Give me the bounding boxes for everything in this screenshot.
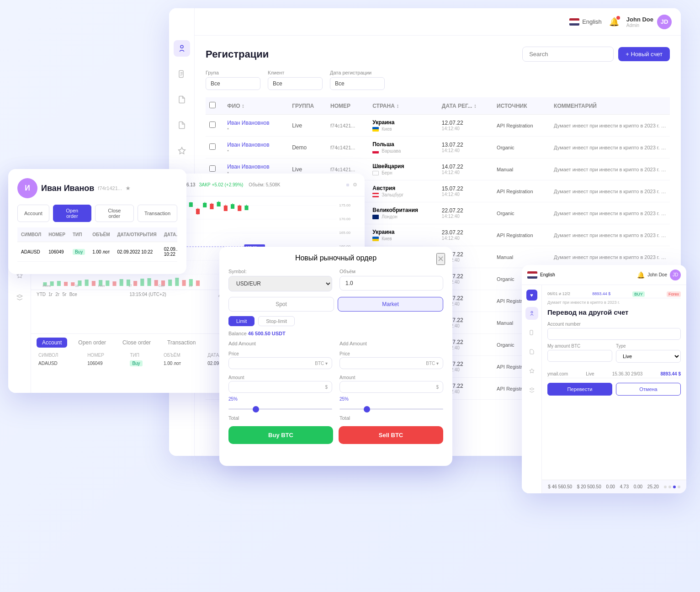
transfer-submit-button[interactable]: Перевести	[547, 383, 612, 396]
filter-client-select[interactable]: Все	[268, 77, 323, 90]
tab-close-order[interactable]: Close order	[117, 338, 156, 348]
page-dot-2[interactable]	[668, 486, 671, 488]
buy-slider[interactable]	[228, 408, 332, 410]
right-sidebar-file[interactable]	[525, 326, 538, 339]
sidebar-item-doc[interactable]	[174, 91, 190, 108]
filter-date-select[interactable]: Все	[330, 77, 385, 90]
filter-date-group: Дата регистрации Все	[330, 70, 385, 90]
tf-amount-input[interactable]	[547, 350, 612, 362]
col-comment: КОММЕНТАРИЙ	[550, 97, 670, 115]
ctrl-ytd[interactable]: YTD	[37, 292, 46, 297]
buy-col-title: Add Amount	[228, 341, 332, 346]
search-input[interactable]	[522, 47, 614, 62]
ctrl-all[interactable]: Все	[69, 292, 77, 297]
tf-account-field: Account number	[547, 322, 681, 340]
select-all-checkbox[interactable]	[209, 102, 216, 108]
type-tab-spot[interactable]: Spot	[228, 297, 334, 312]
notifications-bell[interactable]: 🔔	[609, 17, 619, 27]
svg-rect-87	[57, 281, 61, 286]
row-select-checkbox[interactable]	[209, 122, 216, 128]
sell-amount-input[interactable]	[339, 381, 443, 393]
col-fio: ФИО ↕	[223, 97, 288, 115]
tf-account-label: Account number	[547, 322, 681, 327]
balance-amount: 46 500.50 USDT	[248, 331, 286, 336]
filter-group-select[interactable]: Все	[206, 77, 260, 90]
tab-transaction[interactable]: Transaction	[162, 338, 201, 348]
buy-amount-input[interactable]	[228, 381, 332, 393]
stat-6: 25.20	[647, 484, 659, 489]
up-open: 02.09.2022 10:22	[113, 242, 160, 262]
sell-price-label: Price	[339, 351, 350, 356]
symbol-label: Symbol:	[228, 269, 332, 274]
chart-candle-icon[interactable]	[346, 184, 349, 186]
order-type-tabs: Spot Market	[228, 297, 443, 312]
user-chip[interactable]: John Doe Admin JD	[626, 15, 672, 29]
ctrl-5y[interactable]: 5г	[62, 292, 66, 297]
sidebar-item-star[interactable]	[174, 143, 190, 159]
svg-rect-94	[106, 280, 109, 286]
tf-account-input[interactable]	[547, 328, 681, 340]
ctrl-2y[interactable]: 2г	[55, 292, 59, 297]
page-dot-1[interactable]	[664, 486, 667, 488]
page-dot-4[interactable]	[678, 486, 680, 488]
row-comment: Думает инвест при инвести в крипто в 202…	[550, 159, 670, 180]
svg-text:Июнь: Июнь	[42, 284, 51, 287]
svg-rect-119	[530, 330, 533, 335]
open-order-button[interactable]: Open order	[53, 205, 91, 222]
sell-slider[interactable]	[339, 408, 443, 410]
transaction-button[interactable]: Transaction	[138, 205, 177, 222]
trading-sidebar-layers[interactable]	[13, 291, 27, 304]
symbol-select[interactable]: USD/EUR	[228, 276, 332, 291]
right-sidebar-star[interactable]	[525, 365, 538, 377]
order-body: Symbol: USD/EUR Объём Spot Market Limit …	[219, 262, 452, 450]
svg-text:Июл: Июл	[98, 284, 105, 287]
sub-tab-stop[interactable]: Stop-limit	[258, 316, 295, 326]
ctrl-1y[interactable]: 1г	[48, 292, 53, 297]
right-avatar: JD	[670, 270, 681, 280]
svg-text:17: 17	[128, 284, 132, 287]
close-order-button[interactable]: Close order	[95, 205, 134, 222]
user-panel-table: СИМВОЛ НОМЕР ТИП ОБЪЁМ ДАТА/ОТКРЫТИЯ ДАТ…	[17, 227, 177, 262]
rt-date: 06/01 и 12/2	[547, 291, 570, 297]
sub-tab-limit[interactable]: Limit	[228, 316, 255, 326]
tf-type-select[interactable]: Live	[616, 350, 681, 363]
sell-btc-button[interactable]: Sell BTC	[339, 426, 443, 444]
buy-btc-button[interactable]: Buy BTC	[228, 426, 333, 444]
volume-input[interactable]	[339, 276, 443, 291]
transfer-cancel-button[interactable]: Отмена	[616, 383, 681, 396]
row-select-checkbox[interactable]	[209, 165, 216, 172]
chart-settings-icon[interactable]: ⚙	[353, 182, 357, 188]
tab-open-orders[interactable]: Open order	[73, 338, 111, 348]
new-account-button[interactable]: + Новый счет	[618, 47, 670, 61]
right-sidebar-layers[interactable]	[525, 384, 538, 396]
sidebar-item-file[interactable]	[174, 66, 190, 82]
user-panel-star: ★	[126, 185, 130, 191]
tf-type-label: Type	[616, 344, 681, 349]
tt-type: Buy	[130, 360, 142, 366]
type-tab-market[interactable]: Market	[338, 297, 443, 312]
order-volume-field: Объём	[339, 269, 443, 291]
right-sidebar-users[interactable]	[525, 307, 538, 320]
sell-amount-tag: $	[436, 385, 439, 390]
filter-client-label: Клиент	[268, 70, 323, 75]
sidebar-item-users[interactable]	[174, 40, 190, 57]
svg-text:170.00: 170.00	[339, 217, 350, 221]
tf-action-buttons: Перевести Отмена	[547, 383, 681, 396]
page-dot-3[interactable]	[673, 486, 676, 488]
tab-account[interactable]: Account	[37, 338, 67, 348]
order-symbol-row: Symbol: USD/EUR Объём	[228, 269, 443, 291]
buy-amount-tag: $	[325, 385, 328, 390]
info-balance: 8893.44 $	[660, 371, 681, 376]
row-name: Иван Ивановнов ▪	[223, 137, 288, 159]
sidebar-item-doc2[interactable]	[174, 117, 190, 133]
up-col-num: НОМЕР	[45, 227, 69, 242]
row-comment: Думает инвест при инвести в крипто в 202…	[550, 137, 670, 159]
right-notif[interactable]: 🔔	[637, 271, 645, 279]
account-button[interactable]: Account	[17, 205, 49, 222]
svg-point-118	[531, 312, 533, 313]
order-close-button[interactable]: ✕	[436, 253, 445, 265]
right-sidebar-doc[interactable]	[525, 345, 538, 358]
svg-text:175.00: 175.00	[339, 203, 350, 207]
language-selector[interactable]: English	[569, 18, 602, 26]
row-select-checkbox[interactable]	[209, 143, 216, 150]
